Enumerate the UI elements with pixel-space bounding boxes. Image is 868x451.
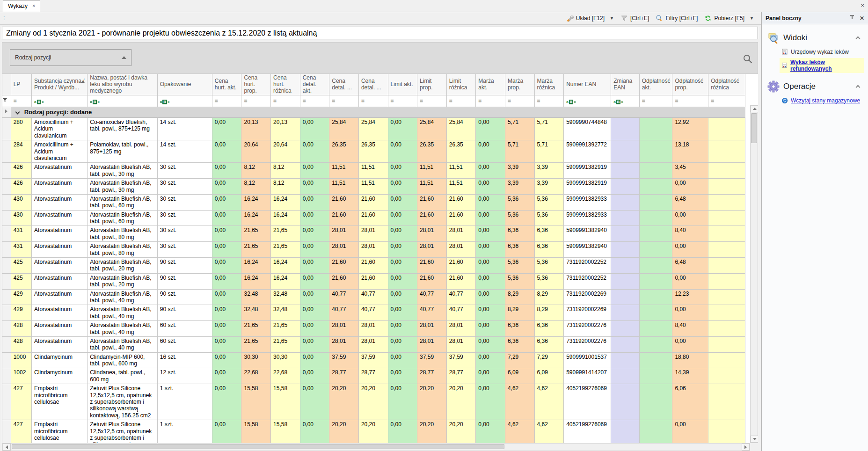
cell[interactable] [639,163,672,179]
cell[interactable]: 0,00 [212,368,241,384]
cell[interactable]: Atorvastatinum [32,258,88,274]
table-row[interactable]: 430AtorvastatinumAtorvastatin Bluefish A… [2,194,745,210]
cell[interactable]: Atorvastatin Bluefish AB, tabl. powl., 8… [88,242,157,258]
cell[interactable]: 14,39 [672,368,708,384]
cell[interactable]: 21,60 [358,258,388,274]
cell[interactable]: 21,60 [329,210,359,226]
column-header[interactable]: Cena hurt. prop. [241,74,271,95]
cell[interactable]: 7,29 [534,352,564,368]
cell[interactable] [639,210,672,226]
cell[interactable]: 6,36 [534,242,564,258]
cell[interactable]: 6,09 [505,368,534,384]
cell[interactable]: 0,00 [212,336,241,352]
cell[interactable]: 28,01 [329,226,359,242]
cell[interactable]: Atorvastatinum [32,273,88,289]
cell[interactable]: 21,65 [241,226,271,242]
cell[interactable]: 21,60 [358,210,388,226]
cell[interactable]: 28,01 [417,242,447,258]
cell[interactable] [611,226,640,242]
cell[interactable]: Atorvastatin Bluefish AB, tabl. powl., 2… [88,273,157,289]
cell[interactable]: 6,36 [505,226,534,242]
cell[interactable]: 12,23 [672,289,708,305]
cell[interactable]: 16,24 [241,273,271,289]
table-row[interactable]: 426AtorvastatinumAtorvastatin Bluefish A… [2,163,745,179]
cell[interactable]: 0,00 [300,305,329,321]
column-header[interactable]: Substancja czynna / Produkt / Wyrób... [32,74,88,95]
sidebar-section-operacje[interactable]: Operacje [766,78,864,95]
cell[interactable]: 0,00 [212,210,241,226]
scroll-up-button[interactable] [751,105,758,112]
cell[interactable]: 22,68 [241,368,271,384]
filter-cell[interactable]: = [672,95,708,107]
cell[interactable]: 30,30 [241,352,271,368]
cell[interactable]: 26,35 [358,140,388,163]
cell[interactable] [611,305,640,321]
cell[interactable]: 21,60 [446,258,476,274]
cell[interactable] [639,336,672,352]
cell[interactable]: 28,01 [446,242,476,258]
filter-cell[interactable]: aBc [564,95,611,107]
cell[interactable] [708,273,745,289]
cell[interactable]: 5909991382933 [564,194,611,210]
column-header[interactable]: Marża różnica [534,74,564,95]
cell[interactable] [611,194,640,210]
cell[interactable]: 40,77 [417,289,447,305]
cell[interactable] [611,179,640,195]
cell[interactable]: 8,29 [505,305,534,321]
cell[interactable] [708,226,745,242]
cell[interactable]: 4052199276069 [564,384,611,420]
cell[interactable]: 28,01 [417,226,447,242]
cell[interactable]: 32,48 [271,289,300,305]
cell[interactable]: 30 szt. [157,210,212,226]
cell[interactable]: 0,00 [212,321,241,337]
cell[interactable]: 8,29 [505,289,534,305]
search-icon[interactable] [743,54,753,64]
cell[interactable]: 0,00 [388,163,417,179]
cell[interactable]: 28,01 [358,321,388,337]
filter-cell[interactable]: = [708,95,745,107]
table-row[interactable]: 431AtorvastatinumAtorvastatin Bluefish A… [2,226,745,242]
cell[interactable]: 8,40 [672,321,708,337]
cell[interactable] [611,117,640,140]
cell[interactable]: 11,51 [417,163,447,179]
cell[interactable]: 5909991382919 [564,179,611,195]
cell[interactable]: 5,36 [505,258,534,274]
cell[interactable]: 0,00 [300,289,329,305]
cell[interactable]: 20,20 [446,384,476,420]
cell[interactable]: 0,00 [476,242,505,258]
cell[interactable]: 0,00 [476,226,505,242]
cell[interactable]: 7311920002269 [564,289,611,305]
cell[interactable] [708,210,745,226]
cell[interactable]: 11,51 [358,179,388,195]
cell[interactable]: 0,00 [388,321,417,337]
filter-funnel-cell[interactable] [2,95,11,107]
filter-cell[interactable]: = [505,95,534,107]
cell[interactable]: 30 szt. [157,194,212,210]
group-by-field[interactable]: Rodzaj pozycji [10,49,131,66]
cell[interactable]: 0,00 [476,305,505,321]
column-header[interactable]: Cena hurt. różnica [271,74,300,95]
collapse-section-icon[interactable] [856,85,861,90]
cell[interactable]: 20,20 [417,384,447,420]
cell[interactable]: 5909991414207 [564,368,611,384]
download-caret-icon[interactable]: ▼ [750,16,754,21]
cell[interactable] [611,368,640,384]
cell[interactable]: 0,00 [212,163,241,179]
collapse-group-icon[interactable] [15,110,20,115]
filter-cell[interactable]: = [271,95,300,107]
cell[interactable] [708,352,745,368]
cell[interactable]: 16,24 [271,258,300,274]
cell[interactable]: 0,00 [300,140,329,163]
cell[interactable] [639,384,672,420]
cell[interactable]: 26,35 [417,140,447,163]
cell[interactable]: 0,00 [672,210,708,226]
cell[interactable]: 5909991382940 [564,226,611,242]
cell[interactable]: 3,39 [505,163,534,179]
cell[interactable]: 28,01 [446,226,476,242]
cell[interactable]: 5,71 [534,117,564,140]
cell[interactable]: 0,00 [672,336,708,352]
cell[interactable]: 21,65 [241,242,271,258]
cell[interactable] [639,289,672,305]
cell[interactable]: 11,51 [417,179,447,195]
cell[interactable]: 280 [11,117,31,140]
